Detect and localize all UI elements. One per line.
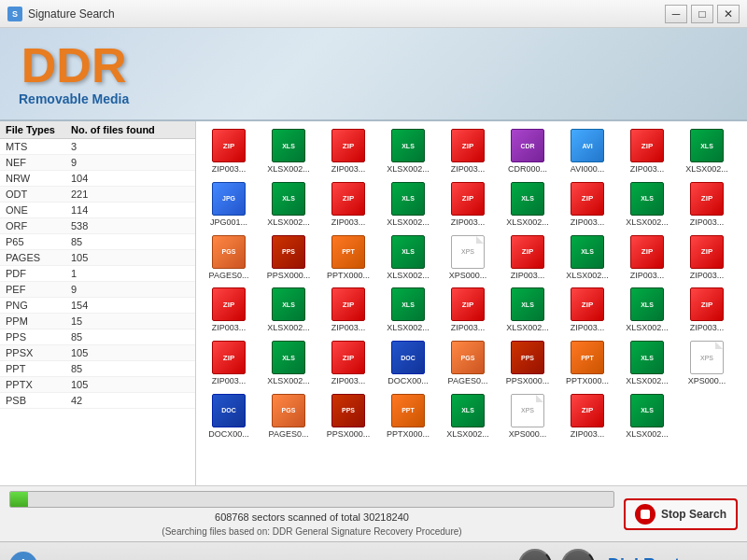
file-item[interactable]: ZIPZIP003... [678, 231, 736, 283]
file-grid[interactable]: ZIPZIP003...XLSXLSX002...ZIPZIP003...XLS… [196, 121, 747, 485]
file-list-row[interactable]: PPTX105 [0, 377, 195, 393]
minimize-button[interactable]: ─ [665, 5, 687, 23]
file-item-label: JPG001... [210, 217, 247, 228]
file-list-row[interactable]: PPT85 [0, 361, 195, 377]
file-item[interactable]: PGSPAGES0... [439, 337, 497, 388]
file-list-row[interactable]: MTS3 [0, 139, 195, 155]
file-item-label: PAGES0... [209, 271, 249, 281]
file-item[interactable]: ZIPZIP003... [678, 178, 736, 230]
file-icon: PPT [389, 392, 427, 429]
file-item[interactable]: XLSXLSX002... [499, 284, 557, 335]
grid-row: ZIPZIP003...XLSXLSX002...ZIPZIP003...DOC… [200, 337, 743, 388]
file-item[interactable]: CDRCDR000... [499, 125, 557, 176]
file-item[interactable]: PGSPAGES0... [260, 390, 317, 441]
file-item-label: PPSX000... [327, 429, 371, 440]
file-item[interactable]: ZIPZIP003... [200, 337, 258, 388]
file-item[interactable]: XPSXPS000... [439, 231, 497, 283]
file-item[interactable]: ZIPZIP003... [319, 284, 377, 335]
file-list-row[interactable]: PSB42 [0, 393, 195, 409]
file-item[interactable]: DOCDOCX00... [200, 390, 258, 441]
file-list-row[interactable]: PNG154 [0, 298, 195, 314]
file-list-row[interactable]: PPS85 [0, 329, 195, 345]
file-list-row[interactable]: NEF9 [0, 155, 195, 171]
file-icon: ZIP [688, 286, 726, 323]
file-item[interactable]: PPSPPSX000... [319, 390, 377, 441]
file-item[interactable]: ZIPZIP003... [439, 284, 497, 335]
col-type-header: File Types [6, 124, 71, 135]
file-item[interactable]: PPTPPTX000... [379, 390, 437, 441]
file-item-label: ZIP003... [331, 323, 366, 333]
file-item[interactable]: XLSXLSX002... [379, 284, 437, 335]
file-item[interactable]: ZIPZIP003... [319, 178, 377, 230]
file-item[interactable]: ZIPZIP003... [618, 231, 676, 283]
file-item[interactable]: XLSXLSX002... [618, 178, 676, 230]
file-list-row[interactable]: ORF538 [0, 218, 195, 234]
file-item[interactable]: PPTPPTX000... [319, 231, 377, 283]
file-item[interactable]: ZIPZIP003... [200, 284, 258, 335]
stop-search-button[interactable]: Stop Search [624, 498, 738, 530]
file-item[interactable]: XLSXLSX002... [379, 231, 437, 283]
file-item[interactable]: ZIPZIP003... [439, 178, 497, 230]
file-item[interactable]: PPSPPSX000... [260, 231, 317, 283]
file-item[interactable]: XLSXLSX002... [499, 178, 557, 230]
file-list-row[interactable]: PEF9 [0, 282, 195, 298]
file-item[interactable]: ZIPZIP003... [200, 125, 258, 176]
file-item[interactable]: XLSXLSX002... [439, 390, 497, 441]
file-list-row[interactable]: P6585 [0, 234, 195, 250]
file-item[interactable]: XLSXLSX002... [260, 284, 317, 335]
file-item-label: PAGES0... [269, 429, 309, 440]
file-item[interactable]: ZIPZIP003... [319, 125, 377, 176]
file-count-cell: 114 [71, 204, 190, 216]
file-item[interactable]: XPSXPS000... [678, 337, 736, 388]
file-list-row[interactable]: PPSX105 [0, 345, 195, 361]
nav-back-button[interactable]: ◀ [518, 549, 552, 561]
file-item[interactable]: XLSXLSX002... [379, 178, 437, 230]
file-item[interactable]: PGSPAGES0... [200, 231, 258, 283]
file-item[interactable]: ZIPZIP003... [678, 284, 736, 335]
file-item[interactable]: ZIPZIP003... [618, 125, 676, 176]
progress-bar-container [9, 491, 614, 508]
file-list-row[interactable]: PAGES105 [0, 250, 195, 266]
file-icon: XLS [389, 233, 427, 271]
file-icon: ZIP [210, 339, 247, 376]
file-item[interactable]: ZIPZIP003... [499, 231, 557, 283]
file-list-row[interactable]: PDF1 [0, 266, 195, 282]
file-item[interactable]: XLSXLSX002... [260, 125, 317, 176]
file-icon: ZIP [449, 127, 486, 164]
file-item[interactable]: ZIPZIP003... [319, 337, 377, 388]
file-item[interactable]: ZIPZIP003... [558, 178, 616, 230]
ddr-logo-text: DDR [21, 41, 127, 90]
file-item-label: AVI000... [571, 164, 604, 175]
file-item[interactable]: XLSXLSX002... [260, 337, 317, 388]
nav-forward-button[interactable]: ▶ [561, 549, 595, 561]
file-item[interactable]: PPSPPSX000... [499, 337, 557, 388]
file-list[interactable]: MTS3NEF9NRW104ODT221ONE114ORF538P6585PAG… [0, 139, 195, 456]
file-icon: ZIP [210, 127, 247, 164]
file-item-label: XPS000... [688, 376, 726, 386]
file-item[interactable]: DOCDOCX00... [379, 337, 437, 388]
file-list-row[interactable]: NRW104 [0, 171, 195, 187]
file-item-label: XLSX002... [685, 164, 728, 175]
file-item[interactable]: ZIPZIP003... [439, 125, 497, 176]
file-item[interactable]: AVIAVI000... [558, 125, 616, 176]
maximize-button[interactable]: □ [691, 5, 713, 23]
file-item[interactable]: JPGJPG001... [200, 178, 258, 230]
file-item-label: PAGES0... [448, 376, 488, 386]
file-icon: AVI [569, 127, 606, 164]
file-list-row[interactable]: ODT221 [0, 187, 195, 203]
file-item[interactable]: XLSXLSX002... [618, 390, 676, 441]
close-button[interactable]: ✕ [717, 5, 740, 23]
file-item[interactable]: XLSXLSX002... [260, 178, 317, 230]
file-item[interactable]: XLSXLSX002... [678, 125, 736, 176]
file-item[interactable]: ZIPZIP003... [558, 284, 616, 335]
file-item[interactable]: PPTPPTX000... [558, 337, 616, 388]
file-item[interactable]: XLSXLSX002... [558, 231, 616, 283]
file-list-row[interactable]: PPM15 [0, 314, 195, 329]
file-item[interactable]: XLSXLSX002... [618, 337, 676, 388]
file-item[interactable]: ZIPZIP003... [558, 390, 616, 441]
file-item[interactable]: XLSXLSX002... [618, 284, 676, 335]
file-list-row[interactable]: ONE114 [0, 203, 195, 218]
file-item[interactable]: XPSXPS000... [499, 390, 557, 441]
file-item[interactable]: XLSXLSX002... [379, 125, 437, 176]
file-item-label: XLSX002... [267, 376, 310, 386]
